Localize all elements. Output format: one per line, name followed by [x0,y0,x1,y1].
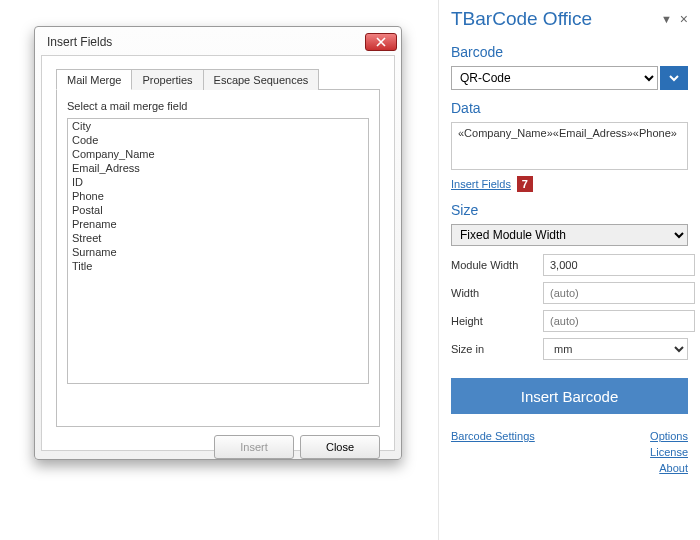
options-link[interactable]: Options [650,430,688,442]
list-item[interactable]: ID [68,175,368,189]
tbarcode-sidebar: TBarCode Office ▼ × Barcode QR-Code Data… [438,0,700,540]
dialog-tabs: Mail MergePropertiesEscape Sequences [56,68,380,89]
sidebar-title: TBarCode Office [451,8,592,30]
data-input[interactable]: «Company_Name»«Email_Adress»«Phone» [451,122,688,170]
list-item[interactable]: Surname [68,245,368,259]
height-input [543,310,695,332]
dialog-close-button[interactable] [365,33,397,51]
list-item[interactable]: Prename [68,217,368,231]
list-item[interactable]: Email_Adress [68,161,368,175]
sidebar-header: TBarCode Office ▼ × [451,8,688,30]
tab-properties[interactable]: Properties [131,69,203,90]
height-label: Height [451,315,543,327]
list-item[interactable]: Postal [68,203,368,217]
dialog-close-button-bottom[interactable]: Close [300,435,380,459]
about-link[interactable]: About [659,462,688,474]
data-section-label: Data [451,100,688,116]
list-item[interactable]: Street [68,231,368,245]
list-item[interactable]: Code [68,133,368,147]
module-width-input[interactable] [543,254,695,276]
list-item[interactable]: Title [68,259,368,273]
insert-fields-link[interactable]: Insert Fields [451,178,511,190]
width-input [543,282,695,304]
list-item[interactable]: Company_Name [68,147,368,161]
dialog-title: Insert Fields [47,35,112,49]
tab-escape-sequences[interactable]: Escape Sequences [203,69,320,90]
panel-label: Select a mail merge field [67,100,369,112]
expand-button[interactable] [660,66,688,90]
module-width-label: Module Width [451,259,543,271]
size-unit-select[interactable]: mm [543,338,688,360]
dialog-body: Mail MergePropertiesEscape Sequences Sel… [41,55,395,451]
sidebar-header-controls: ▼ × [661,11,688,27]
barcode-section-label: Barcode [451,44,688,60]
chevron-down-icon [667,71,681,85]
list-item[interactable]: Phone [68,189,368,203]
license-link[interactable]: License [650,446,688,458]
barcode-type-select[interactable]: QR-Code [451,66,658,90]
insert-fields-dialog: Insert Fields Mail MergePropertiesEscape… [34,26,402,460]
tab-mail-merge[interactable]: Mail Merge [56,69,132,90]
close-icon [375,37,387,47]
tab-panel-mail-merge: Select a mail merge field CityCodeCompan… [56,89,380,427]
close-pane-icon[interactable]: × [680,11,688,27]
width-label: Width [451,287,543,299]
mail-merge-field-listbox[interactable]: CityCodeCompany_NameEmail_AdressIDPhoneP… [67,118,369,384]
size-mode-select[interactable]: Fixed Module Width [451,224,688,246]
step-marker: 7 [517,176,533,192]
dropdown-icon[interactable]: ▼ [661,13,672,25]
dialog-titlebar: Insert Fields [37,29,399,55]
size-in-label: Size in [451,343,543,355]
dialog-insert-button: Insert [214,435,294,459]
size-section-label: Size [451,202,688,218]
barcode-settings-link[interactable]: Barcode Settings [451,430,535,442]
list-item[interactable]: City [68,119,368,133]
insert-barcode-button[interactable]: Insert Barcode [451,378,688,414]
